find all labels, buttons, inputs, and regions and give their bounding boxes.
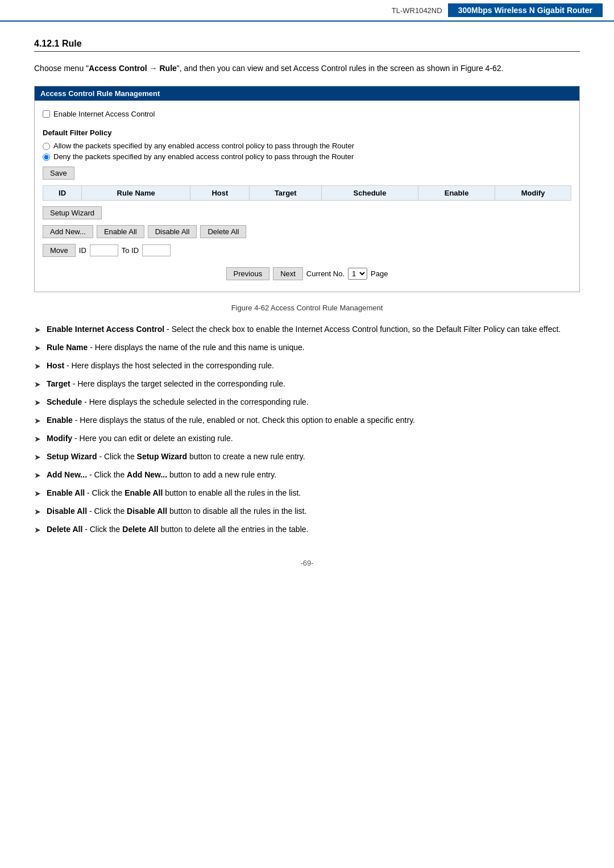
bullet-arrow-icon: ➤ [34,360,41,372]
filter-allow-radio[interactable] [43,143,50,150]
col-host: Host [190,186,250,201]
filter-deny-text: Deny the packets specified by any enable… [53,152,354,161]
filter-deny-radio[interactable] [43,153,50,161]
enable-internet-access-row: Enable Internet Access Control [43,110,571,118]
filter-allow-label: Allow the packets specified by any enabl… [43,142,571,150]
current-no-label: Current No. [306,269,345,278]
bullet-text-addnew: Add New... - Click the Add New... button… [47,469,580,481]
bullet-text-modify: Modify - Here you can edit or delete an … [47,433,580,445]
bullet-item-schedule: ➤ Schedule - Here displays the schedule … [34,396,580,409]
bullet-arrow-icon: ➤ [34,451,41,463]
previous-button[interactable]: Previous [226,267,270,280]
col-schedule: Schedule [322,186,418,201]
rule-table: ID Rule Name Host Target Schedule Enable… [43,185,571,201]
disable-all-button[interactable]: Disable All [148,225,197,238]
next-button[interactable]: Next [273,267,303,280]
bullet-term-enableall: Enable All [47,488,85,497]
bullet-inline-addnew: Add New... [127,470,167,479]
footer-page-number: -69- [34,559,580,579]
header-model: TL-WR1042ND [392,6,442,15]
bullet-item-enableall: ➤ Enable All - Click the Enable All butt… [34,487,580,500]
bullet-inline-deleteall: Delete All [122,525,158,534]
enable-internet-access-checkbox[interactable] [43,110,50,118]
col-target: Target [250,186,322,201]
bullet-text-schedule: Schedule - Here displays the schedule se… [47,396,580,408]
bullet-term-modify: Modify [47,434,72,443]
header-description: 300Mbps Wireless N Gigabit Router [448,3,603,17]
bullet-inline-setupwizard: Setup Wizard [137,452,188,461]
header-bar: TL-WR1042ND 300Mbps Wireless N Gigabit R… [0,0,614,22]
bullet-term-setupwizard: Setup Wizard [47,452,97,461]
bullet-text-disableall: Disable All - Click the Disable All butt… [47,505,580,517]
rule-management-box: Access Control Rule Management Enable In… [34,86,580,292]
filter-deny-label: Deny the packets specified by any enable… [43,152,571,161]
bullet-item-modify: ➤ Modify - Here you can edit or delete a… [34,433,580,445]
col-rule-name: Rule Name [82,186,190,201]
bullet-item-enable: ➤ Enable Internet Access Control - Selec… [34,323,580,336]
enable-internet-access-label: Enable Internet Access Control [53,110,155,118]
bullet-item-enable2: ➤ Enable - Here displays the status of t… [34,414,580,427]
bullet-inline-enableall: Enable All [125,488,163,497]
bullet-arrow-icon: ➤ [34,379,41,391]
intro-paragraph: Choose menu "Access Control → Rule", and… [34,62,580,74]
delete-all-button[interactable]: Delete All [200,225,246,238]
bullet-term-enable: Enable Internet Access Control [47,325,164,334]
intro-bold-access-control: Access Control → Rule [89,64,177,73]
action-buttons-row: Add New... Enable All Disable All Delete… [43,225,571,238]
bullet-text-enableall: Enable All - Click the Enable All button… [47,487,580,499]
bullet-text-enable2: Enable - Here displays the status of the… [47,414,580,426]
bullet-text-target: Target - Here displays the target select… [47,378,580,390]
bullet-arrow-icon: ➤ [34,433,41,445]
bullet-arrow-icon: ➤ [34,506,41,518]
setup-wizard-button[interactable]: Setup Wizard [43,206,102,219]
bullet-term-addnew: Add New... [47,470,87,479]
bullet-text-host: Host - Here displays the host selected i… [47,360,580,372]
filter-policy-options: Allow the packets specified by any enabl… [43,142,571,161]
enable-all-button[interactable]: Enable All [97,225,144,238]
bullet-term-rulename: Rule Name [47,343,88,352]
move-id-label: ID [79,246,86,255]
bullet-item-disableall: ➤ Disable All - Click the Disable All bu… [34,505,580,518]
save-button[interactable]: Save [43,167,74,180]
move-row: Move ID To ID [43,244,571,257]
bullet-term-enable2: Enable [47,416,73,425]
main-content: 4.12.1 Rule Choose menu "Access Control … [0,22,614,601]
rule-box-body: Enable Internet Access Control Default F… [35,101,579,292]
bullet-item-deleteall: ➤ Delete All - Click the Delete All butt… [34,524,580,536]
pagination-row: Previous Next Current No. 1 Page [43,263,571,283]
bullet-arrow-icon: ➤ [34,397,41,409]
bullet-arrow-icon: ➤ [34,524,41,536]
bullet-arrow-icon: ➤ [34,415,41,427]
bullet-text-enable: Enable Internet Access Control - Select … [47,323,580,335]
move-toid-label: To ID [122,246,139,255]
bullet-text-deleteall: Delete All - Click the Delete All button… [47,524,580,535]
add-new-button[interactable]: Add New... [43,225,93,238]
bullet-item-target: ➤ Target - Here displays the target sele… [34,378,580,391]
bullet-term-schedule: Schedule [47,397,82,406]
bullet-inline-disableall: Disable All [127,506,167,516]
bullet-item-setupwizard: ➤ Setup Wizard - Click the Setup Wizard … [34,451,580,463]
bullet-list: ➤ Enable Internet Access Control - Selec… [34,323,580,536]
bullet-arrow-icon: ➤ [34,488,41,500]
move-toid-input[interactable] [142,244,171,256]
bullet-text-setupwizard: Setup Wizard - Click the Setup Wizard bu… [47,451,580,463]
bullet-item-host: ➤ Host - Here displays the host selected… [34,360,580,372]
page-label: Page [371,269,388,278]
rule-box-header: Access Control Rule Management [35,86,579,101]
bullet-term-deleteall: Delete All [47,525,82,534]
filter-allow-text: Allow the packets specified by any enabl… [53,142,354,150]
section-heading: 4.12.1 Rule [34,39,580,52]
move-button[interactable]: Move [43,244,76,257]
col-enable: Enable [418,186,495,201]
col-id: ID [43,186,82,201]
page-select[interactable]: 1 [348,268,367,280]
bullet-term-target: Target [47,379,70,388]
table-header-row: ID Rule Name Host Target Schedule Enable… [43,186,571,201]
setup-wizard-row: Setup Wizard [43,206,571,219]
col-modify: Modify [495,186,571,201]
figure-caption: Figure 4-62 Access Control Rule Manageme… [34,304,580,312]
move-id-input[interactable] [90,244,118,256]
bullet-item-rulename: ➤ Rule Name - Here displays the name of … [34,342,580,354]
bullet-arrow-icon: ➤ [34,470,41,481]
save-button-row: Save [43,167,571,180]
